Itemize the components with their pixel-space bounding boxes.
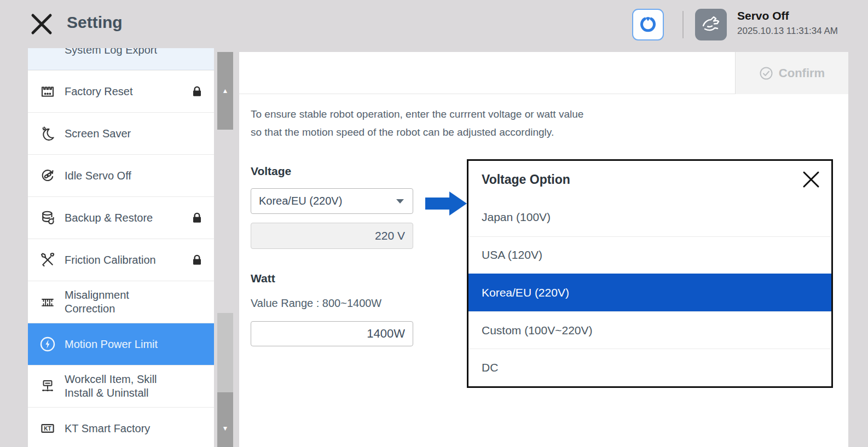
settings-sidebar: System Log Export Factory Reset Sc	[28, 48, 214, 447]
header-bar: Setting Servo Off 2025.10.13 11:31:34 AM	[0, 0, 868, 49]
voltage-option-popup: Voltage Option Japan (100V) USA (120V) K…	[467, 159, 833, 388]
sidebar-item-factory-reset[interactable]: Factory Reset	[28, 70, 214, 112]
option-dc[interactable]: DC	[468, 349, 831, 386]
sidebar-item-workcell-skill[interactable]: Workcell Item, Skill Install & Uninstall	[28, 365, 214, 407]
watt-range-text: Value Range : 800~1400W	[251, 297, 381, 310]
sidebar-item-label: System Log Export	[65, 48, 157, 57]
pointer-arrow	[425, 191, 468, 216]
description-line-2: so that the motion speed of the robot ca…	[251, 123, 583, 141]
right-arrow-icon	[425, 191, 468, 216]
sidebar-item-misalignment-correction[interactable]: Misalignment Correction	[28, 281, 214, 323]
watt-label: Watt	[251, 272, 275, 285]
status-datetime: 2025.10.13 11:31:34 AM	[737, 26, 838, 37]
close-icon	[801, 169, 821, 190]
scroll-down-icon: ▼	[222, 425, 229, 432]
scroll-down-button[interactable]: ▼	[217, 392, 233, 447]
kt-badge-icon: KT	[38, 419, 57, 438]
voltage-dropdown-value: Korea/EU (220V)	[259, 195, 342, 207]
chevron-down-icon	[396, 199, 404, 204]
sidebar-item-friction-calibration[interactable]: Friction Calibration	[28, 239, 214, 281]
option-korea-eu-220v[interactable]: Korea/EU (220V)	[468, 274, 831, 311]
option-custom-100v-220v[interactable]: Custom (100V~220V)	[468, 311, 831, 349]
voltage-option-dropdown[interactable]: Korea/EU (220V)	[251, 188, 413, 214]
sidebar-item-system-log-export[interactable]: System Log Export	[28, 48, 214, 70]
lock-icon	[190, 211, 204, 225]
ruler-scale-icon	[38, 293, 57, 311]
sidebar-item-backup-restore[interactable]: Backup & Restore	[28, 196, 214, 239]
direct-teach-hand-icon	[699, 13, 722, 36]
header-divider	[682, 11, 684, 38]
sidebar-item-label: Workcell Item, Skill Install & Uninstall	[65, 373, 181, 400]
popup-header: Voltage Option	[468, 161, 831, 199]
sidebar-item-label: KT Smart Factory	[65, 422, 150, 436]
scrollbar-thumb[interactable]	[217, 313, 233, 392]
sidebar-item-label: Misalignment Correction	[65, 288, 181, 316]
power-bolt-icon	[38, 335, 57, 353]
popup-title: Voltage Option	[482, 172, 570, 187]
gripper-icon	[637, 14, 659, 36]
page-title: Setting	[67, 13, 123, 32]
gripper-button[interactable]	[632, 9, 664, 40]
factory-icon	[38, 82, 57, 101]
lock-icon	[190, 253, 204, 267]
sidebar-scrollbar: ▲ ▼	[217, 52, 233, 447]
servo-status-text: Servo Off	[737, 9, 838, 22]
scroll-up-button[interactable]: ▲	[217, 52, 233, 130]
direct-teach-button[interactable]	[695, 9, 727, 40]
scroll-up-icon: ▲	[222, 87, 229, 95]
check-circle-icon	[759, 66, 773, 80]
voltage-label: Voltage	[251, 165, 291, 178]
lock-icon	[190, 84, 204, 98]
option-japan-100v[interactable]: Japan (100V)	[468, 199, 831, 236]
sidebar-item-motion-power-limit[interactable]: Motion Power Limit	[28, 323, 214, 365]
tools-icon	[38, 251, 57, 269]
link-refresh-icon	[38, 166, 57, 185]
sidebar-item-idle-servo-off[interactable]: Idle Servo Off	[28, 154, 214, 196]
sidebar-item-screen-saver[interactable]: Screen Saver	[28, 112, 214, 154]
confirm-button-label: Confirm	[779, 66, 825, 80]
close-icon	[30, 12, 54, 36]
sidebar-item-label: Idle Servo Off	[65, 169, 131, 183]
panel-toolbar: Confirm	[239, 52, 848, 94]
sidebar-item-kt-smart-factory[interactable]: KT KT Smart Factory	[28, 407, 214, 447]
description-line-1: To ensure stable robot operation, enter …	[251, 105, 583, 123]
robot-status-block: Servo Off 2025.10.13 11:31:34 AM	[737, 9, 838, 37]
workcell-monitor-icon	[38, 377, 57, 396]
voltage-value-display	[251, 223, 413, 249]
popup-close-button[interactable]	[801, 169, 821, 190]
option-usa-120v[interactable]: USA (120V)	[468, 236, 831, 274]
database-restore-icon	[38, 208, 57, 227]
sidebar-item-label: Motion Power Limit	[65, 338, 158, 351]
sidebar-item-label: Factory Reset	[65, 85, 132, 98]
close-setting-button[interactable]	[30, 12, 54, 36]
watt-value-input[interactable]	[251, 321, 413, 346]
confirm-button[interactable]: Confirm	[735, 52, 848, 94]
sidebar-item-label: Screen Saver	[65, 127, 131, 141]
moon-star-icon	[38, 124, 57, 143]
sidebar-item-label: Friction Calibration	[65, 253, 156, 267]
sidebar-item-label: Backup & Restore	[65, 211, 153, 225]
description-text: To ensure stable robot operation, enter …	[251, 105, 583, 141]
svg-text:KT: KT	[44, 426, 51, 432]
